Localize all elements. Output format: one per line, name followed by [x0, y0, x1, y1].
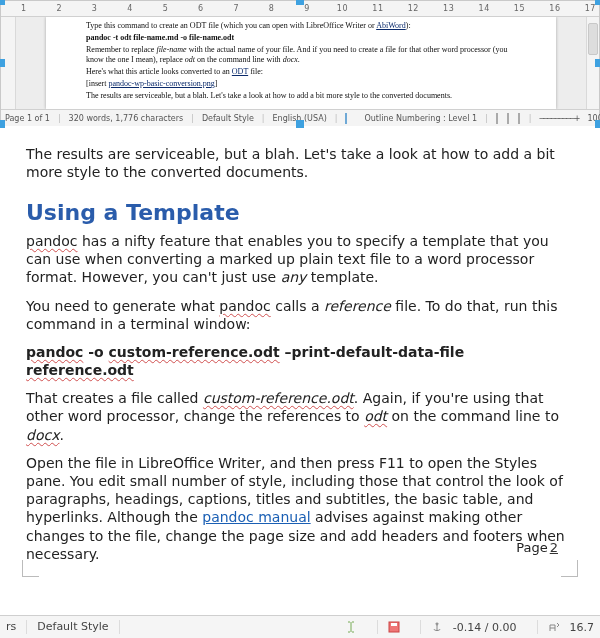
- embedded-screenshot[interactable]: 1234567891011121314151617 Type this comm…: [0, 0, 600, 125]
- resize-handle[interactable]: [595, 59, 600, 67]
- embedded-doc-area: Type this command to create an ODT file …: [16, 17, 586, 109]
- page-number: Page2: [516, 540, 558, 555]
- resize-handle[interactable]: [0, 59, 5, 67]
- embedded-style: Default Style: [202, 114, 254, 123]
- embedded-outline: Outline Numbering : Level 1: [364, 114, 477, 123]
- statusbar-size: 16.7: [570, 621, 595, 634]
- statusbar-style[interactable]: Default Style: [37, 620, 119, 634]
- statusbar-coords: -0.14 / 0.00: [453, 621, 517, 634]
- pandoc-manual-link[interactable]: pandoc manual: [202, 509, 310, 525]
- embedded-view-single-icon: [496, 113, 498, 124]
- save-status-icon[interactable]: [388, 621, 400, 633]
- page-corner-mark: [22, 560, 39, 577]
- size-icon: [548, 621, 560, 633]
- resize-handle[interactable]: [296, 120, 304, 128]
- resize-handle[interactable]: [595, 120, 600, 128]
- embedded-view-multi-icon: [507, 113, 509, 124]
- paragraph[interactable]: That creates a file called custom-refere…: [26, 389, 574, 444]
- resize-handle[interactable]: [296, 0, 304, 5]
- document-body[interactable]: The results are serviceable, but a blah.…: [0, 125, 600, 563]
- resize-handle[interactable]: [0, 120, 5, 128]
- text-cursor-icon[interactable]: [345, 621, 357, 633]
- paragraph[interactable]: The results are serviceable, but a blah.…: [26, 145, 574, 181]
- paragraph[interactable]: Open the file in LibreOffice Writer, and…: [26, 454, 574, 563]
- paragraph[interactable]: pandoc has a nifty feature that enables …: [26, 232, 574, 287]
- embedded-page: Type this command to create an ODT file …: [46, 17, 556, 109]
- svg-rect-1: [391, 623, 397, 626]
- page-corner-mark: [561, 560, 578, 577]
- resize-handle[interactable]: [595, 0, 600, 5]
- resize-handle[interactable]: [0, 0, 5, 5]
- command-line[interactable]: pandoc -o custom-reference.odt –print-de…: [26, 343, 574, 379]
- embedded-page-count: Page 1 of 1: [5, 114, 50, 123]
- embedded-view-book-icon: [518, 113, 520, 124]
- heading-using-template[interactable]: Using a Template: [26, 199, 574, 228]
- embedded-word-count: 320 words, 1,776 characters: [69, 114, 184, 123]
- anchor-icon: [431, 621, 443, 633]
- embedded-overwrite-icon: [345, 113, 347, 124]
- paragraph[interactable]: You need to generate what pandoc calls a…: [26, 297, 574, 333]
- statusbar-fragment: rs: [6, 620, 27, 634]
- statusbar: rs Default Style -0.14 / 0.00 16.7: [0, 615, 600, 638]
